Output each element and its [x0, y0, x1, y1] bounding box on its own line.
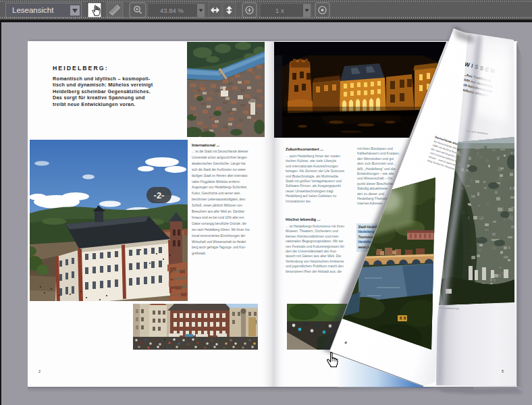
svg-text:Das sorgt für kreative Spannun: Das sorgt für kreative Spannung und: [53, 94, 145, 101]
svg-text:... ist die Stadt mit Deutschl: ... ist die Stadt mit Deutschlands ältes…: [192, 150, 248, 153]
svg-text:1 x: 1 x: [275, 7, 284, 14]
svg-text:43.84 %: 43.84 %: [160, 7, 184, 14]
svg-text:greßstadt.: greßstadt.: [192, 252, 206, 255]
svg-text:und Biotechnologie, als Multim: und Biotechnologie, als Multimedia-: [286, 174, 339, 178]
svg-text:Kultur, Geschichte und seiner: Kultur, Geschichte und seiner weit-: [192, 192, 241, 195]
svg-text:Heidelberg-Themen: Heidelberg-Themen: [357, 196, 387, 200]
svg-text:hinaus sind es bei rund 10% al: hinaus sind es bei rund 10% aller ent-: [192, 216, 245, 219]
svg-text:neuer Umwelttechnologien tragt: neuer Umwelttechnologien tragt: [286, 189, 334, 193]
svg-text:tional renommiertes Einrichtun: tional renommiertes Einrichtungen der: [192, 234, 246, 238]
svg-text:Heidelberg auf vielen Gebieten: Heidelberg auf vielen Gebieten zu: [286, 194, 337, 198]
svg-text:Verbindung von historischem Am: Verbindung von historischem Ambiente: [286, 259, 344, 263]
svg-text:nationalen Begegnungsstätten.: nationalen Begegnungsstätten. Mit sei-: [286, 239, 344, 243]
svg-text:treibt neue Entwicklungen vora: treibt neue Entwicklungen voran.: [53, 101, 136, 107]
svg-text:Internet-Adresse: Internet-Adresse: [357, 201, 382, 205]
svg-text:Zukunftsorientiert ...: Zukunftsorientiert ...: [286, 147, 323, 151]
svg-text:Kaffeehäusern und Kneipen,: Kaffeehäusern und Kneipen,: [357, 151, 400, 155]
svg-text:Angezogen von Heidelbergs Schö: Angezogen von Heidelbergs Schönheit,: [192, 186, 247, 189]
svg-text:und internationale Auszeichnun: und internationale Auszeichnungen: [286, 164, 338, 168]
svg-text:Gäste vorrangig berufliche Grü: Gäste vorrangig berufliche Gründe, die: [192, 222, 246, 225]
svg-text:Ständig aktualisierte: Ständig aktualisierte: [357, 186, 388, 190]
svg-text:den zu dieser und: den zu dieser und: [357, 192, 384, 196]
svg-text:nen Festivals und Kulturereign: nen Festivals und Kulturereignissen för-: [286, 244, 345, 248]
svg-text:Romantisch und idyllisch – kos: Romantisch und idyllisch – kosmopoli-: [53, 76, 151, 82]
svg-text:belegen. Als Zentrum der Life: belegen. Als Zentrum der Life Sciences: [286, 169, 344, 173]
svg-text:International ...: International ...: [192, 143, 220, 147]
svg-text:tischen Kulisse, wie viele Lif: tischen Kulisse, wie viele Lifestyle: [286, 159, 336, 163]
svg-text:dem zum Bummeln und...: dem zum Bummeln und...: [357, 161, 396, 165]
svg-text:mit ihren Boutiquen und: mit ihren Boutiquen und: [357, 146, 393, 151]
svg-text:Höchst lebendig ...: Höchst lebendig ...: [286, 217, 321, 221]
svg-text:... ist Heidelbergs Kulturszen: ... ist Heidelbergs Kulturszene mit ihre…: [286, 224, 344, 228]
svg-text:berühmten Lebensauswürdigkeit,: berühmten Lebensauswürdigkeit, dem: [192, 198, 246, 201]
svg-text:sich die Stadt der Kurfürsten: sich die Stadt der Kurfürsten zur weier-: [192, 168, 246, 171]
svg-text:5: 5: [502, 369, 504, 373]
svg-text:besonderen Reiz der Altstadt a: besonderen Reiz der Altstadt aus, die: [286, 269, 342, 273]
svg-text:Innovationen bei.: Innovationen bei.: [286, 199, 311, 203]
svg-text:dert die Universitätsstadt den: dert die Universitätsstadt den Aus-: [286, 249, 337, 253]
svg-text:2: 2: [38, 369, 41, 373]
svg-text:sie nach Heidelberg führen. Mi: sie nach Heidelberg führen. Mit ihnen In…: [192, 228, 250, 232]
svg-text:Universität schon aufgrund ihr: Universität schon aufgrund ihrer langen: [192, 156, 247, 159]
svg-text:HEIDELBERG:: HEIDELBERG:: [53, 65, 109, 72]
svg-text:punkt dieser Beschichte: punkt dieser Beschichte: [357, 182, 393, 186]
svg-text:berg auch gefragte Tagungs- un: berg auch gefragte Tagungs- und Kon-: [192, 246, 246, 249]
svg-text:und jugendlichem Publikum mach: und jugendlichem Publikum macht den: [286, 264, 344, 268]
svg-text:tausch mit Gästen aus aller We: tausch mit Gästen aus aller Welt. Die: [286, 254, 341, 258]
svg-text:läufigen Stadt im Herzen aller: läufigen Stadt im Herzen aller internati…: [192, 174, 248, 178]
svg-text:nalen Flugplätze Mühelos entfe: nalen Flugplätze Mühelos entfernt:: [192, 180, 240, 184]
svg-text:und Wissenschaft – Ort: und Wissenschaft – Ort: [357, 176, 393, 180]
svg-text:Software-Firmen, als Ausgangsp: Software-Firmen, als Ausgangspunkt: [286, 184, 341, 188]
svg-text:-2-: -2-: [154, 190, 165, 200]
svg-text:läßt. „Heidelberg“ und die: läßt. „Heidelberg“ und die: [357, 167, 396, 171]
svg-text:kleinen Kleinkunstbühnen und i: kleinen Kleinkunstbühnen und inter-: [286, 234, 340, 238]
svg-text:Heidelberg scheinbar Gegensätz: Heidelberg scheinbar Gegensätzliches.: [53, 88, 151, 94]
svg-text:Museen, Theatern, Orchestern u: Museen, Theatern, Orchestern und: [286, 229, 338, 233]
svg-text:Entwicklungen – wie alle: Entwicklungen – wie alle: [357, 171, 394, 176]
svg-text:Stadt mit großen Verlagshäuser: Stadt mit großen Verlagshäusern und: [286, 179, 342, 183]
svg-text:Wirtschaft und Wissenschaft is: Wirtschaft und Wissenschaft ist Heidel-: [192, 240, 247, 244]
svg-text:tisch und dynamisch: Mühelos v: tisch und dynamisch: Mühelos vereinigt: [53, 82, 153, 88]
svg-text:Schloß, reisen jährlich Millio: Schloß, reisen jährlich Millionen von: [192, 204, 242, 207]
svg-text:Besuchern aus aller Welt an. D: Besuchern aus aller Welt an. Darüber: [192, 210, 245, 213]
svg-text:den Weinstuben und gut: den Weinstuben und gut: [357, 157, 394, 161]
svg-text:akademischen Geschichte. Längs: akademischen Geschichte. Längst hat: [192, 162, 246, 165]
svg-text:... spürt Heidelberg hinter de: ... spürt Heidelberg hinter der moder-: [286, 154, 341, 158]
